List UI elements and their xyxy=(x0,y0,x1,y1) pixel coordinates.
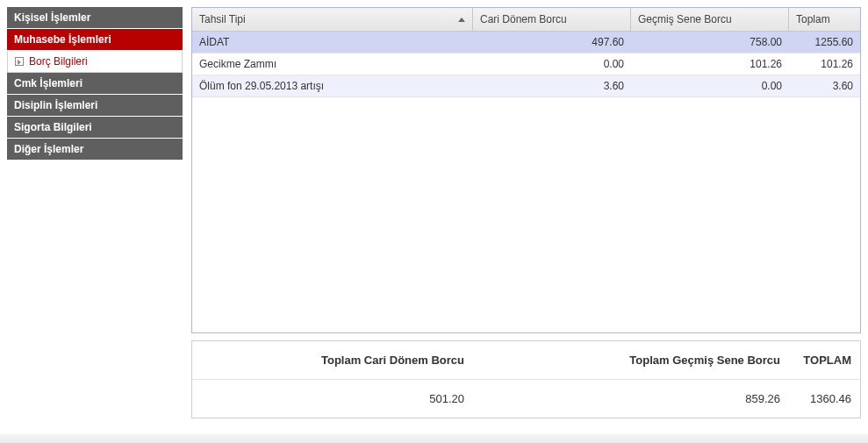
cell-type: AİDAT xyxy=(192,32,473,53)
grid-header-cari[interactable]: Cari Dönem Borcu xyxy=(473,8,631,31)
table-row[interactable]: Ölüm fon 29.05.2013 artışı 3.60 0.00 3.6… xyxy=(192,75,860,97)
sidebar-item-kisisel[interactable]: Kişisel İşlemler xyxy=(7,7,183,29)
table-row[interactable]: AİDAT 497.60 758.00 1255.60 xyxy=(192,32,860,54)
grid-header-row: Tahsil Tipi Cari Dönem Borcu Geçmiş Sene… xyxy=(192,8,860,32)
cell-cari: 0.00 xyxy=(473,54,631,75)
sidebar-item-cmk[interactable]: Cmk İşlemleri xyxy=(7,73,183,95)
main-content: Tahsil Tipi Cari Dönem Borcu Geçmiş Sene… xyxy=(191,7,861,418)
footer-strip xyxy=(0,434,868,443)
table-row[interactable]: Gecikme Zammı 0.00 101.26 101.26 xyxy=(192,54,860,75)
summary-value-cari: 501.20 xyxy=(192,380,473,418)
cell-toplam: 3.60 xyxy=(789,75,860,96)
sidebar-item-sigorta[interactable]: Sigorta Bilgileri xyxy=(7,117,183,139)
grid-header-tahsil-tipi[interactable]: Tahsil Tipi xyxy=(192,8,473,31)
sidebar-item-muhasebe[interactable]: Muhasebe İşlemleri xyxy=(7,29,183,51)
grid-header-label: Geçmiş Sene Borcu xyxy=(638,13,732,25)
grid-header-gecmis[interactable]: Geçmiş Sene Borcu xyxy=(631,8,789,31)
grid-body: AİDAT 497.60 758.00 1255.60 Gecikme Zamm… xyxy=(192,32,860,332)
summary-value-toplam: 1360.46 xyxy=(789,380,860,418)
summary-label-gecmis: Toplam Geçmiş Sene Borcu xyxy=(473,341,789,379)
sidebar-subitem-borc[interactable]: Borç Bilgileri xyxy=(7,51,183,73)
summary-values-row: 501.20 859.26 1360.46 xyxy=(192,380,860,418)
summary-panel: Toplam Cari Dönem Borcu Toplam Geçmiş Se… xyxy=(191,340,861,418)
cell-cari: 3.60 xyxy=(473,75,631,96)
grid-header-label: Toplam xyxy=(796,13,830,25)
sort-asc-icon xyxy=(458,18,465,22)
debt-grid: Tahsil Tipi Cari Dönem Borcu Geçmiş Sene… xyxy=(191,7,861,333)
summary-label-toplam: TOPLAM xyxy=(789,341,860,379)
cell-gecmis: 758.00 xyxy=(631,32,789,53)
cell-gecmis: 0.00 xyxy=(631,75,789,96)
grid-header-label: Tahsil Tipi xyxy=(199,13,246,25)
cell-type: Ölüm fon 29.05.2013 artışı xyxy=(192,75,473,96)
sidebar-item-diger[interactable]: Diğer İşlemler xyxy=(7,139,183,161)
cell-cari: 497.60 xyxy=(473,32,631,53)
grid-header-toplam[interactable]: Toplam xyxy=(789,8,860,31)
cell-gecmis: 101.26 xyxy=(631,54,789,75)
sidebar: Kişisel İşlemler Muhasebe İşlemleri Borç… xyxy=(7,7,183,161)
cell-type: Gecikme Zammı xyxy=(192,54,473,75)
sidebar-item-disiplin[interactable]: Disiplin İşlemleri xyxy=(7,95,183,117)
summary-label-cari: Toplam Cari Dönem Borcu xyxy=(192,341,473,379)
arrow-right-icon xyxy=(15,57,24,66)
cell-toplam: 101.26 xyxy=(789,54,860,75)
summary-value-gecmis: 859.26 xyxy=(473,380,789,418)
summary-labels-row: Toplam Cari Dönem Borcu Toplam Geçmiş Se… xyxy=(192,341,860,380)
sidebar-subitem-label: Borç Bilgileri xyxy=(29,55,88,68)
grid-header-label: Cari Dönem Borcu xyxy=(480,13,567,25)
cell-toplam: 1255.60 xyxy=(789,32,860,53)
